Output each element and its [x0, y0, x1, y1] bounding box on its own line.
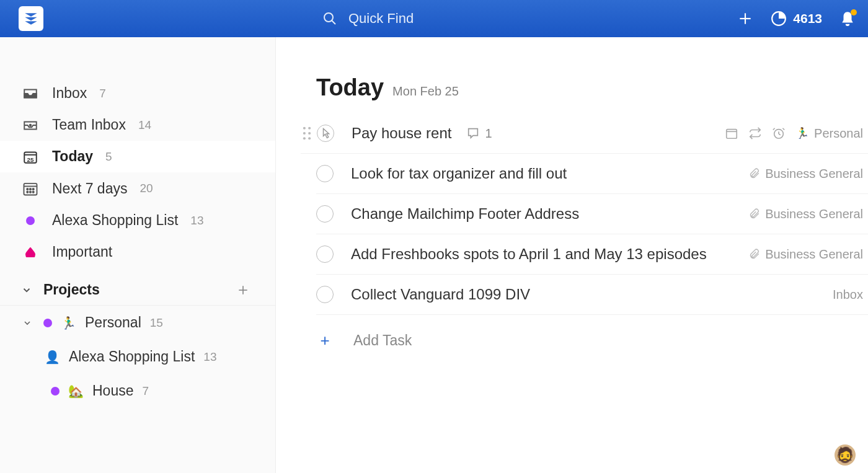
sidebar-count: 7	[99, 87, 106, 100]
svg-point-12	[30, 188, 31, 190]
svg-point-5	[29, 123, 32, 126]
project-emoji: 🏃‍♂️	[795, 126, 809, 140]
task-actions: 🏃‍♂️ Personal	[725, 126, 868, 141]
repeat-icon[interactable]	[748, 126, 762, 140]
task-checkbox[interactable]	[317, 125, 334, 142]
project-emoji: 🏃‍♂️	[61, 316, 76, 330]
team-inbox-icon	[21, 117, 40, 133]
dot-icon	[21, 216, 40, 225]
svg-point-15	[30, 192, 31, 193]
task-checkbox[interactable]	[316, 165, 334, 182]
search-icon	[322, 11, 337, 26]
task-checkbox[interactable]	[316, 245, 334, 263]
sidebar-item-next7[interactable]: Next 7 days 20	[0, 172, 275, 205]
project-label: House	[92, 382, 133, 399]
karma-button[interactable]: 4613	[771, 11, 822, 27]
sidebar-item-team-inbox[interactable]: Team Inbox 14	[0, 109, 275, 141]
project-count: 13	[203, 350, 216, 364]
drop-icon	[21, 247, 40, 257]
attachment-icon	[749, 168, 760, 179]
add-project-button[interactable]	[237, 284, 249, 296]
svg-text:25: 25	[27, 156, 34, 162]
sidebar-count: 5	[105, 150, 112, 164]
task-checkbox[interactable]	[316, 286, 334, 303]
sidebar-label: Important	[52, 244, 112, 260]
task-title: Pay house rent	[352, 125, 451, 142]
drag-handle-icon[interactable]	[301, 126, 313, 140]
sidebar-item-filter-important[interactable]: Important	[0, 236, 275, 268]
reminder-icon[interactable]	[772, 126, 786, 140]
task-comments[interactable]: 1	[466, 126, 492, 141]
quick-add-button[interactable]	[737, 11, 753, 27]
user-avatar[interactable]: 🧔	[835, 444, 856, 466]
project-name: Business General	[765, 167, 863, 181]
inbox-icon	[21, 86, 40, 102]
calendar-week-icon	[21, 180, 40, 197]
schedule-icon[interactable]	[725, 126, 738, 140]
sidebar-label: Today	[52, 148, 93, 165]
project-name: Business General	[765, 247, 863, 262]
svg-line-1	[332, 20, 335, 24]
app-logo[interactable]	[19, 6, 43, 31]
svg-point-24	[308, 137, 311, 139]
svg-line-30	[773, 128, 775, 130]
attachment-icon	[749, 208, 760, 219]
task-title: Collect Vanguard 1099 DIV	[351, 286, 530, 303]
svg-line-31	[782, 128, 784, 130]
todoist-logo-icon	[23, 11, 39, 27]
karma-icon	[771, 11, 787, 27]
sidebar-label: Inbox	[52, 85, 87, 102]
sidebar: Inbox 7 Team Inbox 14 25 Today 5 Next 7 …	[0, 37, 276, 473]
svg-rect-25	[727, 130, 737, 139]
task-title: Add Freshbooks spots to April 1 and May …	[351, 245, 707, 263]
task-project[interactable]: 🏃‍♂️ Personal	[795, 126, 863, 141]
svg-point-21	[303, 132, 306, 135]
project-item-alexa[interactable]: 👤 Alexa Shopping List 13	[0, 340, 275, 374]
task-row[interactable]: Pay house rent 1 🏃‍♂️ Personal	[301, 113, 868, 154]
view-header: Today Mon Feb 25	[276, 74, 868, 113]
task-project[interactable]: Business General	[749, 207, 863, 221]
comment-icon	[466, 126, 480, 140]
projects-label: Projects	[43, 281, 100, 298]
karma-points: 4613	[793, 11, 822, 26]
sidebar-label: Team Inbox	[52, 117, 126, 133]
svg-line-29	[779, 134, 781, 135]
main-content: Today Mon Feb 25 Pay house rent 1 🏃‍♂️	[276, 37, 868, 473]
sidebar-item-today[interactable]: 25 Today 5	[0, 141, 275, 172]
calendar-today-icon: 25	[21, 149, 40, 165]
page-date: Mon Feb 25	[392, 84, 459, 99]
sidebar-item-inbox[interactable]: Inbox 7	[0, 77, 275, 109]
svg-point-14	[27, 192, 28, 193]
sidebar-count: 13	[190, 214, 203, 228]
task-project[interactable]: Inbox	[833, 288, 863, 302]
chevron-down-icon	[21, 285, 32, 296]
task-row[interactable]: Collect Vanguard 1099 DIV Inbox	[316, 275, 868, 315]
svg-point-11	[27, 188, 28, 190]
project-item-house[interactable]: 🏡 House 7	[0, 374, 275, 408]
comment-count: 1	[485, 126, 492, 141]
notifications-button[interactable]	[839, 11, 856, 27]
dot-icon	[51, 387, 60, 396]
project-item-personal[interactable]: 🏃‍♂️ Personal 15	[0, 306, 275, 340]
project-name: Inbox	[833, 288, 863, 302]
project-label: Alexa Shopping List	[69, 348, 195, 365]
task-checkbox[interactable]	[316, 205, 334, 223]
attachment-icon	[749, 249, 760, 260]
add-task-button[interactable]: + Add Task	[276, 315, 868, 350]
svg-point-0	[324, 13, 333, 22]
search-input[interactable]: Quick Find	[322, 11, 414, 27]
projects-header[interactable]: Projects	[0, 268, 275, 305]
chevron-down-icon[interactable]	[22, 318, 35, 328]
svg-point-16	[33, 192, 34, 193]
dot-icon	[43, 319, 52, 327]
task-project[interactable]: Business General	[749, 167, 863, 181]
sidebar-label: Alexa Shopping List	[52, 212, 178, 229]
svg-point-19	[303, 127, 306, 130]
search-placeholder: Quick Find	[348, 11, 414, 27]
task-row[interactable]: Add Freshbooks spots to April 1 and May …	[316, 234, 868, 275]
svg-point-22	[308, 132, 311, 135]
sidebar-item-filter-alexa[interactable]: Alexa Shopping List 13	[0, 205, 275, 236]
task-project[interactable]: Business General	[749, 247, 863, 262]
task-row[interactable]: Look for tax organizer and fill out Busi…	[316, 154, 868, 194]
task-row[interactable]: Change Mailchimp Footer Address Business…	[316, 194, 868, 234]
